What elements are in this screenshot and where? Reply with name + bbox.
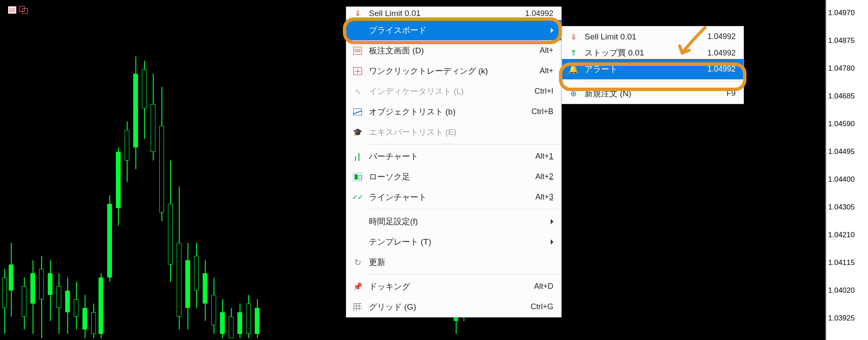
menu-label: バーチャート xyxy=(369,151,535,162)
menu-label: Sell Limit 0.01 xyxy=(369,9,525,18)
object-icon xyxy=(346,101,369,122)
submenu-item-alert[interactable]: 🔔 アラート 1.04992 xyxy=(562,59,743,79)
menu-label: 板注文画面 (D) xyxy=(369,45,539,56)
menu-label: オブジェクトリスト (b) xyxy=(369,106,531,118)
menu-item-bar-chart[interactable]: バーチャート Alt+1 xyxy=(346,146,561,167)
menu-label: ワンクリックトレーディング (k) xyxy=(369,65,539,77)
blank-icon xyxy=(346,20,369,40)
menu-label: Sell Limit 0.01 xyxy=(585,32,707,42)
axis-tick: 1.04970 xyxy=(828,9,855,17)
menu-separator xyxy=(369,274,561,275)
menu-item-candlestick[interactable]: ローソク足 Alt+2 xyxy=(346,167,561,187)
axis-tick: 1.04305 xyxy=(828,203,855,212)
axis-tick: 1.03925 xyxy=(828,314,855,323)
submenu-arrow-icon xyxy=(551,239,553,245)
axis-tick: 1.04115 xyxy=(828,258,855,267)
grid-icon xyxy=(346,297,369,317)
bell-icon: 🔔 xyxy=(562,59,585,79)
menu-label: グリッド (G) xyxy=(369,301,530,313)
axis-tick: 1.04685 xyxy=(828,92,855,101)
menu-item-indicator-list: ∿ インディケータリスト (L) Ctrl+I xyxy=(346,81,561,101)
axis-tick: 1.04590 xyxy=(828,120,855,128)
menu-item-expert-list: 🎓 エキスパートリスト (E) xyxy=(346,122,561,142)
axis-tick: 1.04020 xyxy=(828,286,855,295)
submenu-arrow-icon xyxy=(551,28,553,33)
menu-item-oneclick[interactable]: ワンクリックトレーディング (k) Alt+ xyxy=(346,61,561,81)
sell-down-icon: ⇓ xyxy=(346,7,369,20)
pin-icon: 📌 xyxy=(346,276,369,297)
axis-tick: 1.04780 xyxy=(828,64,855,73)
submenu-item-sell-limit[interactable]: ⇓ Sell Limit 0.01 1.04992 xyxy=(562,26,743,47)
axis-tick: 1.04400 xyxy=(828,175,855,184)
menu-label: ストップ買 0.01 xyxy=(585,47,707,59)
order-book-icon xyxy=(346,40,369,61)
menu-shortcut: Alt+3 xyxy=(535,193,553,202)
oneclick-icon xyxy=(346,61,369,81)
chart-context-menu[interactable]: ⇓ Sell Limit 0.01 1.04992 プライスボード 板注文画面 … xyxy=(346,7,562,317)
new-order-icon: ⊕ xyxy=(562,83,585,104)
menu-separator xyxy=(585,81,743,82)
menu-separator xyxy=(369,209,561,209)
menu-value: 1.04992 xyxy=(707,65,736,74)
axis-tick: 1.04210 xyxy=(828,231,855,239)
menu-item-refresh[interactable]: ↻ 更新 xyxy=(346,252,561,272)
menu-item-line-chart[interactable]: ✓✓ ラインチャート Alt+3 xyxy=(346,187,561,207)
menu-shortcut: Alt+D xyxy=(534,282,553,291)
menu-label: テンプレート (T) xyxy=(369,236,551,248)
menu-label: ローソク足 xyxy=(369,171,535,183)
menu-label: ドッキング xyxy=(369,281,534,292)
axis-tick: 1.04495 xyxy=(828,147,855,156)
submenu-item-stop-buy[interactable]: ⇑ ストップ買 0.01 1.04992 xyxy=(562,47,743,59)
menu-item-priceboard[interactable]: プライスボード xyxy=(346,20,561,40)
expert-icon: 🎓 xyxy=(346,122,369,142)
axis-tick: 1.04875 xyxy=(828,36,855,45)
refresh-icon: ↻ xyxy=(346,252,369,272)
menu-label: インディケータリスト (L) xyxy=(369,86,534,97)
menu-shortcut: Alt+2 xyxy=(535,172,553,181)
stop-buy-icon: ⇑ xyxy=(562,47,585,59)
line-icon: ✓✓ xyxy=(346,187,369,207)
menu-shortcut: Alt+ xyxy=(539,66,553,75)
menu-item-object-list[interactable]: オブジェクトリスト (b) Ctrl+B xyxy=(346,101,561,122)
menu-shortcut: Alt+1 xyxy=(535,152,553,161)
menu-label: 更新 xyxy=(369,257,553,268)
menu-shortcut: Ctrl+B xyxy=(531,107,553,116)
menu-shortcut: F9 xyxy=(727,89,736,98)
menu-item-sell-limit[interactable]: ⇓ Sell Limit 0.01 1.04992 xyxy=(346,7,561,20)
menu-item-grid[interactable]: グリッド (G) Ctrl+G xyxy=(346,297,561,317)
menu-label: プライスボード xyxy=(369,25,551,36)
price-axis: 1.04970 1.04875 1.04780 1.04685 1.04590 … xyxy=(825,0,868,340)
priceboard-submenu[interactable]: ⇓ Sell Limit 0.01 1.04992 ⇑ ストップ買 0.01 1… xyxy=(562,26,744,104)
menu-label: 時間足設定(f) xyxy=(369,216,551,227)
menu-value: 1.04992 xyxy=(707,49,736,58)
menu-item-template[interactable]: テンプレート (T) xyxy=(346,232,561,252)
menu-value: 1.04992 xyxy=(707,32,736,41)
menu-shortcut: Ctrl+G xyxy=(530,302,553,311)
blank-icon xyxy=(346,211,369,232)
menu-label: 新規注文 (N) xyxy=(585,88,727,99)
submenu-item-new-order[interactable]: ⊕ 新規注文 (N) F9 xyxy=(562,83,743,104)
menu-item-docking[interactable]: 📌 ドッキング Alt+D xyxy=(346,276,561,297)
menu-value: 1.04992 xyxy=(525,9,553,18)
blank-icon xyxy=(346,232,369,252)
submenu-arrow-icon xyxy=(551,219,553,224)
menu-item-dom[interactable]: 板注文画面 (D) Alt+ xyxy=(346,40,561,61)
menu-shortcut: Alt+ xyxy=(539,46,553,55)
menu-label: エキスパートリスト (E) xyxy=(369,127,553,138)
menu-item-timeframe[interactable]: 時間足設定(f) xyxy=(346,211,561,232)
candle-icon xyxy=(346,167,369,187)
menu-label: アラート xyxy=(585,64,707,75)
bar-icon xyxy=(346,146,369,167)
menu-shortcut: Ctrl+I xyxy=(534,87,553,96)
menu-label: ラインチャート xyxy=(369,192,535,203)
sell-down-icon: ⇓ xyxy=(562,26,585,47)
menu-separator xyxy=(369,144,561,144)
indicator-icon: ∿ xyxy=(346,81,369,101)
